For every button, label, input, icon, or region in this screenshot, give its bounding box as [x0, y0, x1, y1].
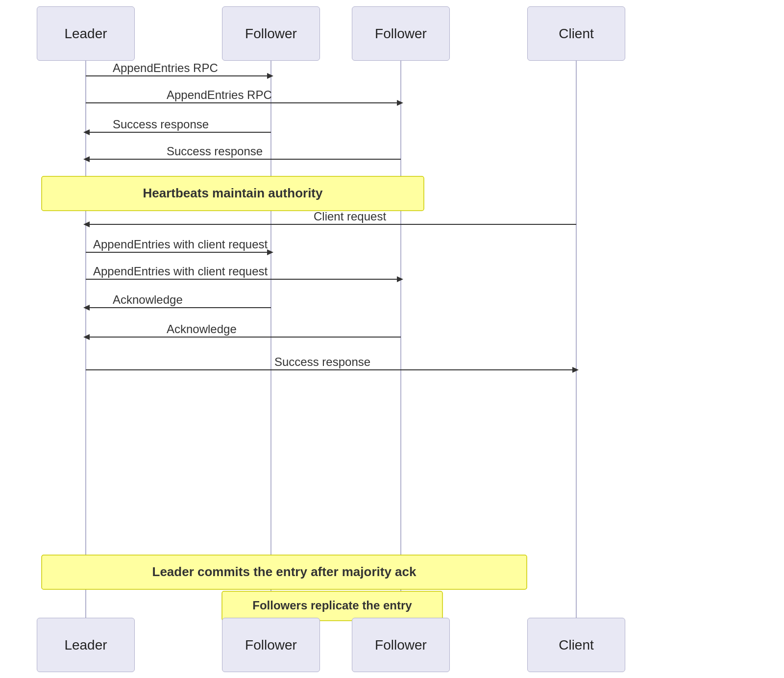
- svg-marker-19: [83, 221, 90, 227]
- svg-marker-22: [267, 249, 273, 255]
- svg-marker-8: [397, 100, 403, 106]
- svg-marker-34: [572, 367, 579, 373]
- actor-client-top: Client: [527, 6, 625, 61]
- svg-text:AppendEntries with client requ: AppendEntries with client request: [93, 265, 268, 278]
- svg-text:Leader commits the entry after: Leader commits the entry after majority …: [152, 564, 417, 579]
- svg-text:Heartbeats maintain authority: Heartbeats maintain authority: [143, 186, 323, 200]
- svg-text:Followers replicate the entry: Followers replicate the entry: [252, 599, 412, 612]
- actor-leader-top: Leader: [37, 6, 135, 61]
- actor-follower2-bottom: Follower: [352, 618, 450, 672]
- svg-text:Acknowledge: Acknowledge: [167, 322, 237, 336]
- svg-marker-31: [83, 334, 90, 340]
- svg-marker-11: [83, 129, 90, 135]
- svg-marker-14: [83, 156, 90, 162]
- svg-text:AppendEntries RPC: AppendEntries RPC: [113, 61, 218, 74]
- actor-follower2-top: Follower: [352, 6, 450, 61]
- actor-client-bottom: Client: [527, 618, 625, 672]
- svg-text:Client request: Client request: [314, 210, 386, 223]
- svg-text:Success response: Success response: [167, 145, 263, 158]
- actor-leader-bottom: Leader: [37, 618, 135, 672]
- svg-text:Success response: Success response: [274, 355, 370, 368]
- svg-marker-5: [267, 73, 273, 79]
- sequence-diagram: AppendEntries RPC AppendEntries RPC Succ…: [0, 0, 784, 678]
- svg-marker-28: [83, 305, 90, 311]
- actor-follower1-top: Follower: [222, 6, 320, 61]
- svg-text:Acknowledge: Acknowledge: [113, 293, 183, 306]
- svg-text:Success response: Success response: [113, 118, 209, 131]
- svg-text:AppendEntries with client requ: AppendEntries with client request: [93, 238, 268, 251]
- actor-follower1-bottom: Follower: [222, 618, 320, 672]
- svg-text:AppendEntries RPC: AppendEntries RPC: [167, 88, 272, 101]
- diagram-svg: AppendEntries RPC AppendEntries RPC Succ…: [0, 0, 784, 678]
- svg-marker-25: [397, 276, 403, 282]
